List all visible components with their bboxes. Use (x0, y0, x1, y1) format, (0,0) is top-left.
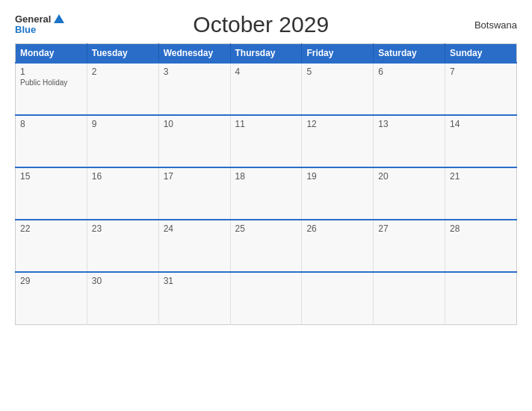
calendar-cell: 20 (374, 167, 445, 220)
calendar-cell: 21 (445, 167, 517, 220)
col-header-friday: Friday (302, 44, 374, 64)
holiday-label: Public Holiday (20, 78, 82, 87)
calendar-cell: 16 (87, 167, 158, 220)
logo-general-text: General (15, 14, 51, 25)
day-number: 14 (450, 119, 512, 129)
calendar-cell: 23 (87, 220, 158, 272)
day-number: 5 (306, 67, 368, 77)
calendar-cell: 29 (16, 272, 87, 324)
calendar-table: MondayTuesdayWednesdayThursdayFridaySatu… (15, 43, 517, 325)
col-header-tuesday: Tuesday (87, 44, 158, 64)
day-number: 31 (164, 276, 226, 286)
day-number: 10 (164, 119, 226, 129)
calendar-cell: 11 (230, 115, 302, 167)
calendar-cell: 30 (87, 272, 158, 324)
calendar-header: MondayTuesdayWednesdayThursdayFridaySatu… (16, 44, 517, 64)
day-number: 8 (20, 119, 82, 129)
calendar-cell: 13 (374, 115, 445, 167)
day-number: 24 (164, 223, 226, 234)
day-number: 22 (20, 223, 82, 234)
calendar-cell: 6 (374, 63, 445, 115)
day-number: 11 (235, 119, 297, 129)
calendar-cell (445, 272, 517, 324)
day-number: 15 (20, 171, 82, 182)
calendar-week-row: 22232425262728 (16, 220, 517, 272)
calendar-cell: 10 (158, 115, 230, 167)
calendar-cell: 26 (302, 220, 374, 272)
day-number: 1 (20, 67, 82, 77)
day-number: 26 (306, 223, 368, 234)
col-header-monday: Monday (16, 44, 87, 64)
calendar-cell: 17 (158, 167, 230, 220)
day-number: 7 (450, 67, 512, 77)
day-number: 25 (235, 223, 297, 234)
page-header: General Blue October 2029 Botswana (15, 12, 517, 37)
country-label: Botswana (457, 19, 517, 31)
calendar-week-row: 891011121314 (16, 115, 517, 167)
calendar-cell: 12 (302, 115, 374, 167)
day-number: 2 (92, 67, 154, 77)
day-header-row: MondayTuesdayWednesdayThursdayFridaySatu… (16, 44, 517, 64)
logo-triangle-icon (54, 14, 64, 23)
calendar-body: 1Public Holiday2345678910111213141516171… (16, 63, 517, 324)
calendar-cell: 5 (302, 63, 374, 115)
day-number: 17 (164, 171, 226, 182)
day-number: 20 (378, 171, 440, 182)
calendar-week-row: 293031 (16, 272, 517, 324)
day-number: 28 (450, 223, 512, 234)
calendar-week-row: 1Public Holiday234567 (16, 63, 517, 115)
day-number: 13 (378, 119, 440, 129)
day-number: 23 (92, 223, 154, 234)
day-number: 30 (92, 276, 154, 286)
calendar-cell: 19 (302, 167, 374, 220)
calendar-cell: 25 (230, 220, 302, 272)
calendar-cell: 1Public Holiday (16, 63, 87, 115)
day-number: 19 (306, 171, 368, 182)
calendar-cell: 14 (445, 115, 517, 167)
col-header-thursday: Thursday (230, 44, 302, 64)
day-number: 29 (20, 276, 82, 286)
col-header-sunday: Sunday (445, 44, 517, 64)
day-number: 27 (378, 223, 440, 234)
calendar-cell: 18 (230, 167, 302, 220)
calendar-cell: 4 (230, 63, 302, 115)
calendar-cell: 22 (16, 220, 87, 272)
calendar-cell: 3 (158, 63, 230, 115)
calendar-cell: 24 (158, 220, 230, 272)
day-number: 9 (92, 119, 154, 129)
calendar-cell: 31 (158, 272, 230, 324)
day-number: 16 (92, 171, 154, 182)
col-header-wednesday: Wednesday (158, 44, 230, 64)
calendar-cell: 9 (87, 115, 158, 167)
logo: General Blue (15, 14, 64, 36)
calendar-title: October 2029 (64, 12, 457, 37)
day-number: 21 (450, 171, 512, 182)
calendar-cell (374, 272, 445, 324)
calendar-cell (302, 272, 374, 324)
day-number: 12 (306, 119, 368, 129)
day-number: 6 (378, 67, 440, 77)
calendar-cell: 27 (374, 220, 445, 272)
calendar-cell: 8 (16, 115, 87, 167)
calendar-cell: 15 (16, 167, 87, 220)
logo-blue-text: Blue (15, 25, 36, 35)
col-header-saturday: Saturday (374, 44, 445, 64)
day-number: 4 (235, 67, 297, 77)
calendar-cell: 2 (87, 63, 158, 115)
day-number: 18 (235, 171, 297, 182)
day-number: 3 (164, 67, 226, 77)
calendar-cell: 7 (445, 63, 517, 115)
calendar-cell: 28 (445, 220, 517, 272)
calendar-week-row: 15161718192021 (16, 167, 517, 220)
calendar-cell (230, 272, 302, 324)
